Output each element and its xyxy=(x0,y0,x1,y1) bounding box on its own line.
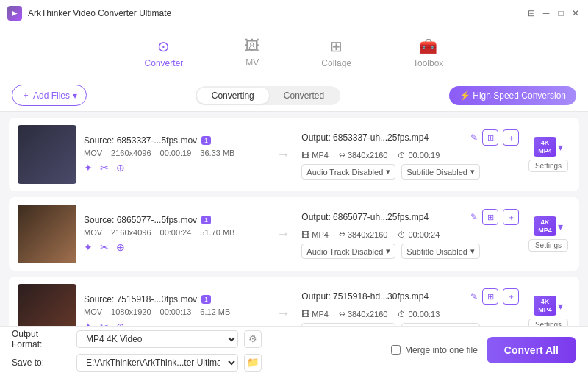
subtitle-select-3[interactable]: Subtitle Disabled ▾ xyxy=(401,323,480,326)
badge-dropdown-3[interactable]: ▾ xyxy=(558,300,563,312)
format-2: MOV xyxy=(84,228,102,237)
cut-icon-3[interactable]: ✂ xyxy=(100,321,109,326)
nav-mv[interactable]: 🖼 MV xyxy=(236,32,268,74)
size-3: 6.12 MB xyxy=(200,308,230,316)
badge-dropdown-2[interactable]: ▾ xyxy=(558,221,563,232)
mp4-badge-3: 4KMP4 xyxy=(534,296,556,316)
edit-icon-3[interactable]: ✎ xyxy=(470,291,478,302)
tabs: Converting Converted xyxy=(196,86,340,105)
nav-toolbox[interactable]: 🧰 Toolbox xyxy=(404,32,452,74)
settings-button-1[interactable]: Settings xyxy=(528,160,568,172)
enhance-icon-2[interactable]: ✦ xyxy=(84,241,93,253)
add-output-icon-3[interactable]: ＋ xyxy=(503,288,519,305)
settings-button-3[interactable]: Settings xyxy=(528,319,568,326)
nav-mv-label: MV xyxy=(245,57,259,68)
close-button[interactable]: ✕ xyxy=(570,8,581,18)
cut-icon-2[interactable]: ✂ xyxy=(100,241,109,253)
add-files-button[interactable]: ＋ Add Files ▾ xyxy=(12,85,87,106)
edit-icon-1[interactable]: ✎ xyxy=(470,132,478,143)
arrow-3: → xyxy=(272,306,294,322)
maximize-button[interactable]: □ xyxy=(556,8,566,18)
subtitle-select-1[interactable]: Subtitle Disabled ▾ xyxy=(401,164,480,180)
saveto-label: Save to: xyxy=(12,358,71,368)
duration-1: 00:00:19 xyxy=(160,149,192,157)
toolbar: ＋ Add Files ▾ Converting Converted ⚡ Hig… xyxy=(0,79,588,112)
high-speed-button[interactable]: ⚡ High Speed Conversion xyxy=(449,86,576,105)
settings-col-2: 4KMP4 ▾ Settings xyxy=(526,216,570,252)
convert-all-button[interactable]: Convert All xyxy=(487,337,576,363)
enhance-icon-3[interactable]: ✦ xyxy=(84,321,93,326)
settings-col-3: 4KMP4 ▾ Settings xyxy=(526,296,570,326)
subtitle-select-2[interactable]: Subtitle Disabled ▾ xyxy=(401,244,480,259)
output-info-2: Output: 6865077-uh...25fps.mp4 ✎ ⊞ ＋ 🎞 M… xyxy=(301,209,519,259)
output-label-3: Output: 7515918-hd...30fps.mp4 xyxy=(301,291,429,302)
app-title: ArkThinker Video Converter Ultimate xyxy=(28,8,171,18)
format-1: MOV xyxy=(84,149,102,157)
format-3: MOV xyxy=(84,308,102,316)
output-label-2: Output: 6865077-uh...25fps.mp4 xyxy=(301,212,429,222)
thumbnail-3 xyxy=(18,284,76,326)
mp4-badge-1: 4KMP4 xyxy=(534,137,556,157)
tab-converting[interactable]: Converting xyxy=(197,88,269,104)
mp4-badge-2: 4KMP4 xyxy=(534,216,556,237)
duration-3: 00:00:13 xyxy=(160,308,192,316)
resolution-3: 1080x1920 xyxy=(111,308,151,316)
resolution-2: 2160x4096 xyxy=(111,228,151,237)
nav-bar: ⊙ Converter 🖼 MV ⊞ Collage 🧰 Toolbox xyxy=(0,26,588,79)
preview-icon-2[interactable]: ⊞ xyxy=(482,209,498,225)
source-label-2: Source: 6865077-...5fps.mov xyxy=(84,215,197,225)
add-dropdown-icon: ▾ xyxy=(73,90,77,101)
tab-converted[interactable]: Converted xyxy=(269,88,339,104)
effects-icon-2[interactable]: ⊕ xyxy=(116,241,125,253)
preview-icon-1[interactable]: ⊞ xyxy=(482,129,498,146)
nav-toolbox-label: Toolbox xyxy=(413,58,443,68)
duration-2: 00:00:24 xyxy=(160,228,192,237)
add-output-icon-2[interactable]: ＋ xyxy=(503,209,519,225)
output-info-1: Output: 6853337-uh...25fps.mp4 ✎ ⊞ ＋ 🎞 M… xyxy=(301,129,519,180)
nav-collage-label: Collage xyxy=(321,58,351,68)
file-info-1: Source: 6853337-...5fps.mov 1 MOV 2160x4… xyxy=(84,135,265,174)
audio-track-select-1[interactable]: Audio Track Disabled ▾ xyxy=(301,164,395,180)
format-select[interactable]: MP4 4K Video xyxy=(76,330,238,348)
settings-button-2[interactable]: Settings xyxy=(528,239,568,252)
cut-icon-1[interactable]: ✂ xyxy=(100,162,109,174)
add-output-icon-1[interactable]: ＋ xyxy=(503,129,519,146)
resolution-1: 2160x4096 xyxy=(111,149,151,157)
nav-converter-label: Converter xyxy=(145,58,184,68)
file-badge-1: 1 xyxy=(201,136,211,145)
settings-col-1: 4KMP4 ▾ Settings xyxy=(526,137,570,173)
format-settings-icon[interactable]: ⚙ xyxy=(244,330,262,348)
enhance-icon-1[interactable]: ✦ xyxy=(84,162,93,174)
file-info-3: Source: 7515918-...0fps.mov 1 MOV 1080x1… xyxy=(84,294,265,326)
output-label-1: Output: 6853337-uh...25fps.mp4 xyxy=(301,132,429,143)
converter-icon: ⊙ xyxy=(157,38,170,55)
badge-dropdown-1[interactable]: ▾ xyxy=(558,141,563,153)
thumbnail-2 xyxy=(18,205,76,263)
file-info-2: Source: 6865077-...5fps.mov 1 MOV 2160x4… xyxy=(84,215,265,253)
minimize-button[interactable]: ─ xyxy=(541,8,551,18)
browse-folder-icon[interactable]: 📁 xyxy=(244,354,262,372)
source-label-3: Source: 7515918-...0fps.mov xyxy=(84,294,197,305)
effects-icon-1[interactable]: ⊕ xyxy=(116,162,125,174)
audio-track-select-2[interactable]: Audio Track Disabled ▾ xyxy=(301,244,395,259)
merge-checkbox[interactable]: Merge into one file xyxy=(391,345,478,355)
merge-checkbox-input[interactable] xyxy=(391,345,401,355)
collage-icon: ⊞ xyxy=(330,38,343,55)
file-list: Source: 6853337-...5fps.mov 1 MOV 2160x4… xyxy=(0,112,588,326)
nav-converter[interactable]: ⊙ Converter xyxy=(136,32,193,74)
file-badge-3: 1 xyxy=(201,295,211,304)
preview-icon-3[interactable]: ⊞ xyxy=(482,288,498,305)
saveto-select[interactable]: E:\ArkThinker\ArkThink...ter Ultimate\Co… xyxy=(76,354,238,372)
arrow-2: → xyxy=(272,227,294,242)
toolbox-icon: 🧰 xyxy=(419,38,437,55)
effects-icon-3[interactable]: ⊕ xyxy=(116,321,125,326)
edit-icon-2[interactable]: ✎ xyxy=(470,212,478,222)
bottom-bar: Output Format: MP4 4K Video ⚙ Save to: E… xyxy=(0,326,588,373)
mv-icon: 🖼 xyxy=(245,38,259,54)
file-badge-2: 1 xyxy=(201,216,211,224)
file-row: Source: 6853337-...5fps.mov 1 MOV 2160x4… xyxy=(9,118,579,191)
title-bar: ▶ ArkThinker Video Converter Ultimate ⊟ … xyxy=(0,0,588,26)
nav-collage[interactable]: ⊞ Collage xyxy=(312,32,360,74)
menu-button[interactable]: ⊟ xyxy=(526,8,537,18)
audio-track-select-3[interactable]: Audio Track Disabled ▾ xyxy=(301,323,395,326)
